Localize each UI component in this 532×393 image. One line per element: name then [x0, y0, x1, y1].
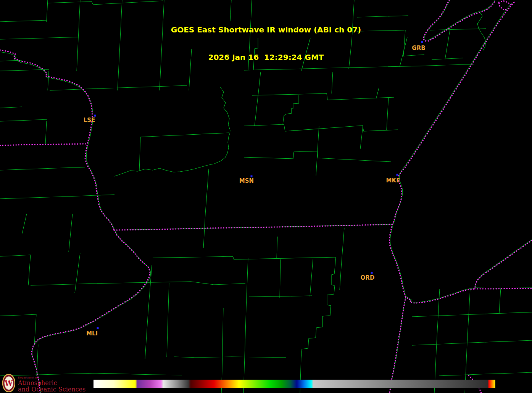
county-boundary-line — [0, 167, 85, 170]
county-boundary-line — [220, 87, 230, 134]
county-boundary-line — [310, 259, 313, 296]
state-border-dotted-line — [475, 288, 532, 289]
title-line-2: 2026 Jan 16 12:29:24 GMT — [0, 53, 532, 62]
temperature-colorbar — [94, 380, 495, 388]
county-boundary-line — [244, 124, 398, 131]
station-marker-lse — [94, 115, 96, 117]
station-label-msn: MSN — [239, 177, 254, 184]
logo-dept-line: Department of — [18, 374, 85, 380]
svg-text:W: W — [4, 379, 13, 387]
county-boundary-line — [465, 289, 470, 393]
logo-name-line-1: Atmospheric — [18, 380, 85, 386]
image-title: GOES East Shortwave IR window (ABI ch 07… — [0, 7, 532, 80]
county-boundary-line — [316, 126, 319, 176]
county-boundary-line — [376, 88, 379, 99]
county-boundary-line — [45, 121, 47, 144]
station-marker-ord — [371, 272, 373, 274]
state-border-dotted-line — [389, 224, 475, 303]
county-boundary-line — [50, 85, 187, 90]
county-boundary-line — [145, 265, 152, 359]
county-boundary-line — [139, 137, 140, 171]
county-boundary-line — [203, 169, 209, 248]
county-boundary-line — [439, 372, 532, 376]
county-boundary-line — [0, 314, 36, 316]
state-border-dotted-line — [475, 240, 532, 289]
county-boundary-line — [34, 314, 36, 345]
county-boundary-line — [140, 133, 229, 137]
county-boundary-line — [249, 296, 312, 297]
county-boundary-line — [301, 257, 336, 358]
state-border-dotted-line — [0, 144, 85, 145]
uw-crest-icon: W — [2, 374, 15, 392]
station-label-mli: MLI — [86, 330, 98, 337]
county-boundary-line — [0, 255, 31, 256]
county-boundary-line — [114, 134, 230, 176]
county-boundary-line — [28, 255, 31, 285]
county-boundary-line — [390, 224, 532, 302]
county-boundary-line — [387, 97, 389, 130]
county-boundary-line — [75, 253, 80, 293]
county-boundary-line — [153, 256, 336, 259]
station-marker-mli — [97, 327, 99, 329]
station-label-ord: ORD — [361, 274, 375, 281]
county-boundary-line — [277, 237, 277, 258]
county-boundary-line — [340, 228, 344, 290]
county-boundary-line — [0, 107, 22, 108]
county-boundary-line — [174, 357, 286, 358]
station-marker-msn — [251, 176, 253, 177]
county-boundary-line — [31, 282, 245, 285]
county-boundary-line — [252, 93, 394, 100]
county-boundary-line — [69, 214, 73, 252]
state-border-dotted-line — [32, 230, 150, 393]
county-boundary-line — [0, 119, 47, 121]
county-boundary-line — [167, 283, 169, 357]
county-boundary-line — [434, 289, 440, 393]
county-boundary-line — [48, 1, 163, 5]
county-boundary-line — [280, 259, 281, 298]
county-boundary-line — [360, 126, 363, 149]
title-line-1: GOES East Shortwave IR window (ABI ch 07… — [0, 25, 532, 34]
logo-name-line-2: and Oceanic Sciences — [18, 386, 85, 393]
county-boundary-line — [499, 288, 501, 313]
logo-text: Department of Atmospheric and Oceanic Sc… — [18, 374, 85, 393]
county-boundary-line — [412, 340, 532, 345]
county-boundary-line — [245, 258, 248, 358]
satellite-image-viewer: GRBLSEMSNMKEORDMLI GOES East Shortwave I… — [0, 0, 532, 393]
station-label-mke: MKE — [386, 177, 400, 184]
county-boundary-line — [283, 95, 299, 124]
county-boundary-line — [22, 214, 27, 234]
station-marker-mke — [397, 174, 398, 176]
county-boundary-line — [0, 52, 151, 393]
station-label-lse: LSE — [84, 117, 95, 124]
uw-aos-logo: W Department of Atmospheric and Oceanic … — [2, 374, 85, 393]
county-boundary-line — [412, 312, 532, 317]
